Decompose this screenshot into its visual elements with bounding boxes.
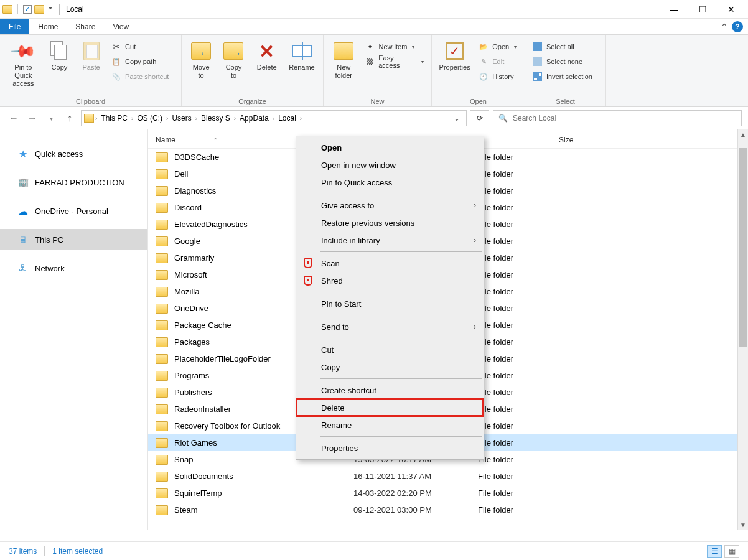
group-select: Select all Select none Invert selection … xyxy=(525,35,606,106)
breadcrumb[interactable]: OS (C:) xyxy=(134,114,165,123)
back-button[interactable]: ← xyxy=(6,111,21,126)
paste-shortcut-button[interactable]: 📎Paste shortcut xyxy=(109,70,176,83)
close-button[interactable]: ✕ xyxy=(717,0,746,19)
collapse-ribbon-icon[interactable]: ⌃ xyxy=(721,22,728,32)
breadcrumb[interactable]: Users xyxy=(169,114,194,123)
scroll-thumb[interactable] xyxy=(739,148,747,347)
group-clipboard: 📌 Pin to Quick access Copy Paste ✂Cut 📋C… xyxy=(0,35,182,106)
sidebar-item-farrad[interactable]: 🏢FARRAD PRODUCTION xyxy=(0,172,147,193)
address-bar[interactable]: › This PC› OS (C:)› Users› Blessy S› App… xyxy=(81,110,467,126)
pin-to-quick-access-button[interactable]: 📌 Pin to Quick access xyxy=(5,37,42,88)
shield-icon xyxy=(302,275,314,286)
rename-button[interactable]: Rename xyxy=(286,37,318,72)
ctx-include-library[interactable]: Include in library› xyxy=(296,231,484,249)
folder-icon xyxy=(156,220,168,230)
ctx-open-new-window[interactable]: Open in new window xyxy=(296,156,484,174)
minimize-button[interactable]: — xyxy=(660,0,688,19)
sidebar-item-onedrive[interactable]: ☁OneDrive - Personal xyxy=(0,200,147,222)
new-folder-button[interactable]: New folder xyxy=(329,37,358,80)
properties-button[interactable]: ✓ Properties xyxy=(437,37,472,72)
file-type: File folder xyxy=(478,169,570,179)
app-icon xyxy=(2,5,12,14)
file-type: File folder xyxy=(478,438,570,447)
table-row[interactable]: Steam09-12-2021 03:00 PMFile folder xyxy=(148,502,748,518)
tab-home[interactable]: Home xyxy=(29,19,67,34)
scroll-up-icon[interactable]: ▲ xyxy=(738,129,748,140)
breadcrumb[interactable]: AppData xyxy=(237,114,271,123)
paste-button[interactable]: Paste xyxy=(77,37,105,72)
ctx-delete[interactable]: Delete xyxy=(296,399,484,416)
ctx-restore-versions[interactable]: Restore previous versions xyxy=(296,214,484,231)
history-icon: 🕘 xyxy=(479,72,489,82)
tab-view[interactable]: View xyxy=(104,19,138,34)
select-none-button[interactable]: Select none xyxy=(530,55,601,68)
copy-button[interactable]: Copy xyxy=(45,37,73,72)
paste-shortcut-icon: 📎 xyxy=(111,72,121,82)
invert-selection-icon xyxy=(533,72,543,82)
qat-newfolder-icon[interactable] xyxy=(34,5,44,14)
copy-icon xyxy=(50,41,68,61)
maximize-button[interactable]: ☐ xyxy=(688,0,717,19)
ctx-properties[interactable]: Properties xyxy=(296,439,484,457)
file-type: File folder xyxy=(478,421,570,431)
up-button[interactable]: ↑ xyxy=(62,111,77,126)
open-icon: 📂 xyxy=(479,42,489,52)
tab-file[interactable]: File xyxy=(0,19,29,34)
vertical-scrollbar[interactable]: ▲ ▼ xyxy=(737,129,748,530)
breadcrumb[interactable]: Local xyxy=(276,114,299,123)
breadcrumb[interactable]: Blessy S xyxy=(199,114,233,123)
delete-button[interactable]: ✕ Delete xyxy=(252,37,282,72)
ctx-pin-quick-access[interactable]: Pin to Quick access xyxy=(296,174,484,191)
sidebar-item-quick-access[interactable]: ★Quick access xyxy=(0,143,147,164)
open-button[interactable]: 📂Open▾ xyxy=(476,40,520,54)
search-box[interactable]: 🔍 Search Local xyxy=(493,110,742,126)
help-icon[interactable]: ? xyxy=(732,21,743,32)
breadcrumb[interactable]: This PC xyxy=(98,114,130,123)
history-button[interactable]: 🕘History xyxy=(476,70,520,83)
ctx-pin-start[interactable]: Pin to Start xyxy=(296,295,484,312)
sidebar-item-network[interactable]: 🖧Network xyxy=(0,258,147,279)
edit-button[interactable]: ✎Edit xyxy=(476,55,520,68)
ctx-open[interactable]: Open xyxy=(296,139,484,156)
table-row[interactable]: SquirrelTemp14-03-2022 02:20 PMFile fold… xyxy=(148,485,748,502)
search-placeholder: Search Local xyxy=(513,114,556,123)
recent-dropdown[interactable]: ▾ xyxy=(44,111,58,126)
tab-share[interactable]: Share xyxy=(67,19,104,34)
new-item-button[interactable]: ✦New item▾ xyxy=(362,40,426,54)
delete-icon: ✕ xyxy=(259,40,274,62)
ctx-rename[interactable]: Rename xyxy=(296,416,484,434)
sidebar-item-this-pc[interactable]: 🖥This PC xyxy=(0,229,147,250)
move-to-button[interactable]: ← Move to xyxy=(187,37,215,80)
folder-icon xyxy=(156,455,168,465)
file-type: File folder xyxy=(478,287,570,296)
copy-path-button[interactable]: 📋Copy path xyxy=(109,55,176,68)
file-type: File folder xyxy=(478,505,570,515)
ctx-copy[interactable]: Copy xyxy=(296,358,484,376)
refresh-button[interactable]: ⟳ xyxy=(470,110,489,126)
ctx-scan[interactable]: Scan xyxy=(296,254,484,272)
ctx-create-shortcut[interactable]: Create shortcut xyxy=(296,381,484,399)
ctx-send-to[interactable]: Send to› xyxy=(296,318,484,335)
qat-dropdown-icon[interactable] xyxy=(48,7,53,12)
scroll-down-icon[interactable]: ▼ xyxy=(738,520,748,530)
folder-icon xyxy=(156,438,168,448)
ribbon-tabs: File Home Share View ⌃ ? xyxy=(0,19,748,35)
details-view-button[interactable]: ☰ xyxy=(707,545,722,558)
forward-button[interactable]: → xyxy=(25,111,40,126)
file-name: Steam xyxy=(174,505,353,515)
copy-path-icon: 📋 xyxy=(111,57,121,67)
thumbnails-view-button[interactable]: ▦ xyxy=(724,545,739,558)
address-dropdown-icon[interactable]: ⌄ xyxy=(450,114,464,123)
qat-properties-icon[interactable]: ✓ xyxy=(23,5,32,14)
select-all-button[interactable]: Select all xyxy=(530,40,601,54)
cut-button[interactable]: ✂Cut xyxy=(109,40,176,54)
ctx-give-access-to[interactable]: Give access to› xyxy=(296,197,484,214)
ctx-cut[interactable]: Cut xyxy=(296,341,484,358)
quick-access-toolbar: ✓ xyxy=(2,4,53,14)
ctx-shred[interactable]: Shred xyxy=(296,272,484,289)
copy-to-button[interactable]: → Copy to xyxy=(219,37,248,80)
invert-selection-button[interactable]: Invert selection xyxy=(530,70,601,83)
chevron-right-icon: › xyxy=(474,236,476,245)
easy-access-button[interactable]: ⛓Easy access▾ xyxy=(362,55,426,68)
table-row[interactable]: SolidDocuments16-11-2021 11:37 AMFile fo… xyxy=(148,468,748,485)
